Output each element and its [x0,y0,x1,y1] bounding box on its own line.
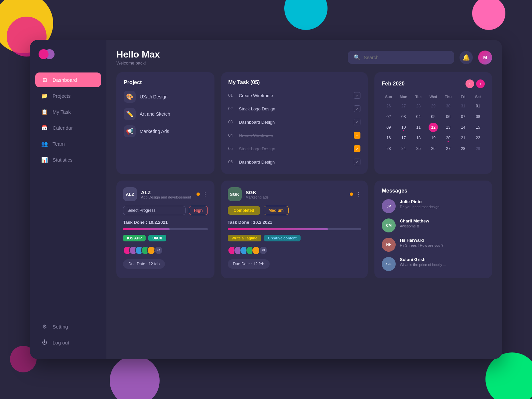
alz-priority-badge[interactable]: High [189,206,208,215]
sidebar-item-statistics[interactable]: 📊 Statistics [35,152,101,167]
cal-day[interactable]: 27 [444,144,453,153]
project-item-marketing[interactable]: 📢 Marketing Ads [124,125,207,137]
cal-day[interactable]: 11 [414,123,423,132]
search-input[interactable] [364,55,448,60]
sidebar-item-dashboard[interactable]: ⊞ Dashboard [35,72,101,87]
task-check-3[interactable]: ✓ [354,119,360,125]
cal-day[interactable]: 23 [384,144,393,153]
cal-day[interactable]: 05 [429,112,438,121]
cal-day[interactable]: 02 [384,112,393,121]
cal-day[interactable]: 22 [473,133,483,143]
task-check-1[interactable]: ✓ [354,92,360,99]
cal-header-wed: Wed [427,93,440,100]
cal-day[interactable]: 06 [444,112,453,121]
avatar-button[interactable]: M [478,51,492,65]
cal-day[interactable]: 28 [459,144,468,153]
cal-day[interactable]: 07 [459,112,468,121]
task-item-4: 04 Create Wireframe ✓ [228,131,361,140]
alz-progress-select[interactable]: Select Progress [123,206,186,215]
sgk-more-button[interactable]: ⋮ [356,191,361,198]
alz-card-left: ALZ ALZ App Design and developement [123,187,191,201]
message-text-hs: Hii Shrees ! How are you ? [400,243,443,247]
sidebar-item-projects[interactable]: 📁 Projects [35,88,101,103]
logout-icon: ⏻ [41,339,48,346]
cal-day[interactable]: 24 [399,144,408,153]
project-item-art[interactable]: ✏️ Art and Sketch [124,108,207,120]
cal-next-btn[interactable]: › [476,79,485,88]
sgk-avatar: SGK [228,187,242,201]
project-list: 🎨 UX/Ui Design ✏️ Art and Sketch 📢 Marke… [124,91,207,137]
cal-day[interactable]: 26 [384,101,393,111]
project-name-art: Art and Sketch [140,111,170,117]
message-item-charli[interactable]: CM Charli Methew Awesome !! [382,218,485,232]
message-item-hs[interactable]: HH Hs Harward Hii Shrees ! How are you ? [382,238,485,252]
cal-day[interactable]: 14 [459,123,468,132]
sidebar-item-calendar[interactable]: 📅 Calendar [35,120,101,135]
notification-icon: 🔔 [463,54,470,61]
project-item-ux[interactable]: 🎨 UX/Ui Design [124,91,207,103]
cal-day[interactable]: 10 [399,123,408,132]
task-check-5[interactable]: ✓ [354,145,360,152]
project-icon-ux: 🎨 [124,91,136,103]
search-icon: 🔍 [354,54,360,61]
sgk-progress-row: Completed Medium [228,206,361,215]
cal-day[interactable]: 17 [399,133,408,143]
cal-day[interactable]: 25 [414,144,423,153]
sidebar-item-setting[interactable]: ⚙ Setting [35,319,101,334]
cal-day[interactable]: 01 [473,101,483,111]
task-item-1: 01 Create Wireframe ✓ [228,91,361,100]
greeting-section: Hello Max Welcome back! [116,49,160,66]
message-item-soloni[interactable]: SG Soloni Grish What is the price of hou… [382,257,485,271]
sidebar: ⊞ Dashboard 📁 Projects 📋 My Task 📅 Calen… [30,40,106,359]
project-icon-marketing: 📢 [124,125,136,137]
message-item-julie[interactable]: JP Julie Pinto Do you need that design [382,199,485,213]
sgk-priority-badge[interactable]: Medium [264,206,289,215]
sidebar-item-label: Setting [53,324,68,330]
cal-day[interactable]: 19 [429,133,438,143]
search-bar[interactable]: 🔍 [348,51,454,64]
sgk-card-left: SGK SGK Marketing ads [228,187,269,201]
alz-tag-ios: IOS APP [123,235,146,241]
task-name-1: Create Wireframe [239,93,350,98]
sidebar-item-team[interactable]: 👥 Team [35,136,101,151]
alz-tag-ui: UI/UX [148,235,166,241]
sidebar-item-logout[interactable]: ⏻ Log out [35,335,101,350]
cal-day[interactable]: 16 [384,133,393,143]
cal-day-today[interactable]: 12 [429,123,438,132]
cal-day[interactable]: 30 [444,101,453,111]
cal-day[interactable]: 15 [473,123,483,132]
task-name-6: Dashboard Design [239,160,350,165]
cal-day[interactable]: 04 [414,112,423,121]
sidebar-item-label: Calendar [53,125,73,131]
avatar-count: +5 [259,246,268,255]
sgk-dot-button[interactable] [350,193,353,196]
task-check-6[interactable]: ✓ [354,159,360,165]
sgk-avatars-row: +5 [228,246,361,255]
cal-day[interactable]: 18 [414,133,423,143]
cal-day[interactable]: 26 [429,144,438,153]
cal-day[interactable]: 27 [399,101,408,111]
task-check-4[interactable]: ✓ [354,132,360,139]
alz-task-done: Task Done : 10.2.2021 [123,220,208,225]
cal-day[interactable]: 21 [459,133,468,143]
sidebar-item-mytask[interactable]: 📋 My Task [35,104,101,119]
cal-day[interactable]: 29 [429,101,438,111]
alz-more-button[interactable]: ⋮ [202,191,208,198]
cal-prev-btn[interactable]: ‹ [466,79,474,88]
cal-day[interactable]: 29 [473,144,483,153]
task-name-5: Stack Logo Design [239,146,350,151]
task-card: My Task (05) 01 Create Wireframe ✓ 02 St… [221,72,368,174]
message-text-soloni: What is the price of hourly ... [400,263,446,267]
notification-button[interactable]: 🔔 [460,51,473,64]
cal-day[interactable]: 20 [444,133,453,143]
alz-dot-button[interactable] [197,193,200,196]
cal-day[interactable]: 03 [399,112,408,121]
cal-day[interactable]: 09 [384,123,393,132]
calendar-card: Feb 2020 ‹ › Sun Mon Tue Wed Thu Fri Sat… [374,72,492,174]
cal-day[interactable]: 28 [414,101,423,111]
cal-day[interactable]: 31 [459,101,468,111]
dashboard-grid: Project 🎨 UX/Ui Design ✏️ Art and Sketch… [116,72,492,278]
task-check-2[interactable]: ✓ [354,105,360,112]
cal-day[interactable]: 08 [473,112,483,121]
cal-day[interactable]: 13 [444,123,453,132]
